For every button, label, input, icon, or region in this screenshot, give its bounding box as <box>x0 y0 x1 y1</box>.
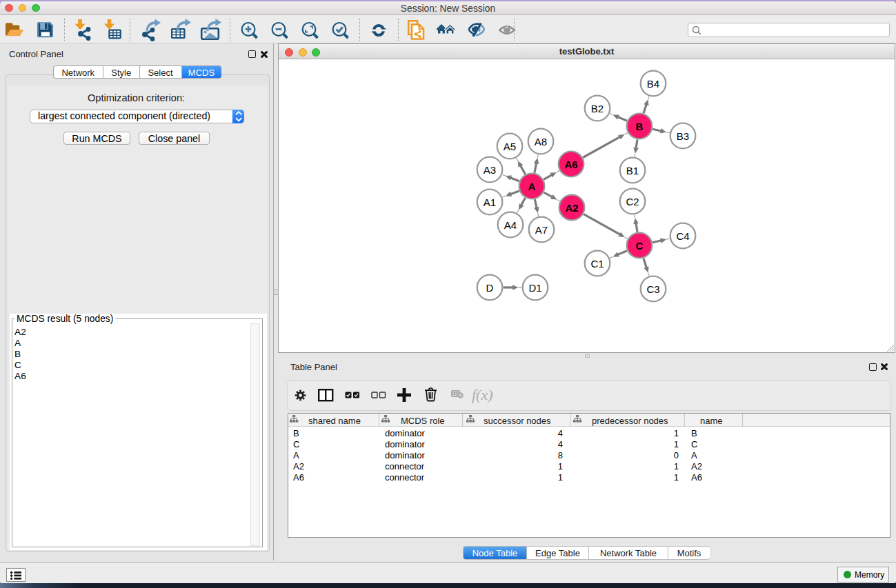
svg-text:A8: A8 <box>535 136 547 148</box>
svg-text:A: A <box>528 181 536 192</box>
svg-text:B4: B4 <box>647 78 659 90</box>
svg-text:B2: B2 <box>591 103 604 114</box>
svg-text:B: B <box>636 121 644 132</box>
svg-text:C4: C4 <box>676 230 689 242</box>
svg-text:A4: A4 <box>504 219 517 231</box>
svg-text:B3: B3 <box>677 130 689 142</box>
svg-text:A7: A7 <box>535 224 548 236</box>
svg-text:A6: A6 <box>564 159 577 170</box>
svg-text:D1: D1 <box>528 282 541 294</box>
svg-text:C3: C3 <box>646 283 659 295</box>
svg-text:B1: B1 <box>626 165 639 176</box>
svg-text:D: D <box>486 282 494 294</box>
svg-text:C1: C1 <box>590 258 604 270</box>
svg-text:C: C <box>636 240 644 252</box>
svg-text:A5: A5 <box>504 141 516 152</box>
svg-text:A2: A2 <box>565 202 578 214</box>
svg-text:C2: C2 <box>626 196 639 207</box>
svg-text:A1: A1 <box>484 196 496 208</box>
svg-text:A3: A3 <box>484 164 496 176</box>
